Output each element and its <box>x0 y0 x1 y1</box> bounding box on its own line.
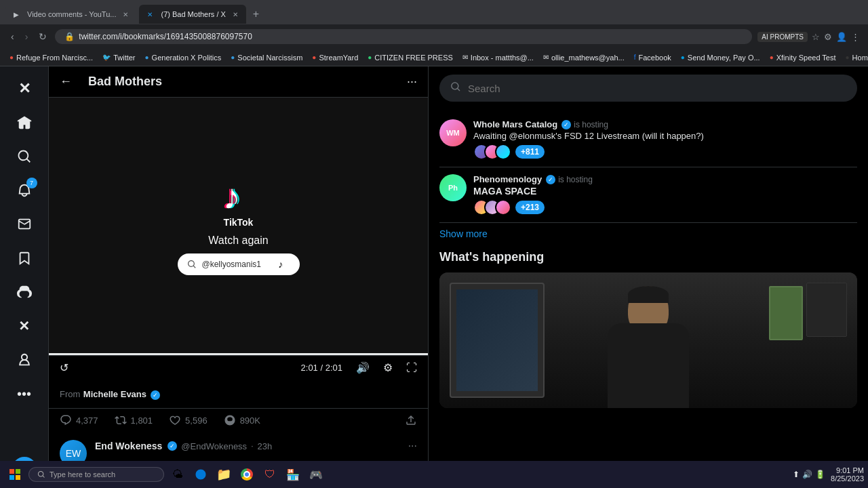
tab-youtube-favicon: ▶ <box>14 9 23 19</box>
start-button[interactable] <box>4 466 26 483</box>
space-host-name-1: Whole Mars Catalog <box>473 119 557 129</box>
url-bar[interactable]: 🔒 twitter.com/i/bookmarks/16914350088760… <box>55 29 752 44</box>
taskbar-icon-chrome[interactable] <box>236 464 258 485</box>
space-title-2: MAGA SPACE <box>473 186 857 197</box>
person-shape <box>601 286 696 408</box>
space-item-1[interactable]: WM Whole Mars Catalog ✓ is hosting Await… <box>439 113 857 167</box>
space-verified-1: ✓ <box>561 120 571 129</box>
taskbar-icon-store[interactable]: 🏪 <box>282 464 304 485</box>
fullscreen-button[interactable]: ⛶ <box>406 362 417 374</box>
bookmark-societal[interactable]: ● Societal Narcissism <box>226 52 307 63</box>
retweet-action[interactable]: 1,801 <box>115 414 153 426</box>
taskbar-icon-files[interactable]: 📁 <box>213 464 235 485</box>
app-body: ✕ 7 ✕ ••• <box>0 66 868 488</box>
sidebar-explore[interactable] <box>9 141 40 172</box>
sys-icon-battery[interactable]: 🔋 <box>815 470 825 479</box>
taskbar-app-icons: 🌤 📁 🛡 🏪 🎮 <box>167 464 327 485</box>
space-hosting-2: is hosting <box>558 175 593 184</box>
svg-rect-5 <box>16 469 20 474</box>
bookmark-icon[interactable]: ☆ <box>812 32 820 42</box>
taskbar-search[interactable]: Type here to search <box>28 467 164 482</box>
share-action[interactable] <box>405 414 417 426</box>
bookmark-genx[interactable]: ● Generation X Politics <box>141 52 226 63</box>
taskbar-icon-weather[interactable]: 🌤 <box>167 464 189 485</box>
extensions-icon[interactable]: ⚙ <box>824 32 832 42</box>
verified-badge: ✓ <box>151 390 160 400</box>
volume-button[interactable]: 🔊 <box>356 361 370 374</box>
bookmark-ollie[interactable]: ✉ ollie_mathews@yah... <box>539 52 629 63</box>
sidebar-profile[interactable] <box>9 344 40 375</box>
svg-rect-6 <box>9 475 14 480</box>
taskbar-icon-shield[interactable]: 🛡 <box>259 464 281 485</box>
bookmark-refuge[interactable]: ● Refuge From Narcisc... <box>5 52 97 63</box>
panel-title: Bad Mothers <box>88 75 391 89</box>
search-input[interactable] <box>468 83 846 94</box>
search-box[interactable] <box>439 75 857 102</box>
reply-action[interactable]: 4,377 <box>60 414 98 426</box>
progress-track[interactable] <box>49 353 428 355</box>
left-frame <box>450 283 545 398</box>
bookmark-xfinity[interactable]: ● Xfinity Speed Test <box>766 52 840 63</box>
svg-text:♪: ♪ <box>223 178 241 216</box>
tab-youtube-close[interactable]: ✕ <box>123 11 128 18</box>
address-actions: AI PROMPTS ☆ ⚙ 👤 ⋮ <box>757 32 860 42</box>
post-author[interactable]: Michelle Evans <box>83 389 146 399</box>
show-more-link[interactable]: Show more <box>439 223 857 245</box>
sidebar-messages[interactable] <box>9 209 40 240</box>
taskbar-icon-edge[interactable] <box>190 464 212 485</box>
listener-count-2: +213 <box>515 201 545 214</box>
sys-icon-sound[interactable]: 🔊 <box>802 470 812 479</box>
sys-tray-icons: ⬆ 🔊 🔋 <box>793 470 825 479</box>
taskbar-datetime[interactable]: 9:01 PM 8/25/2023 <box>831 466 864 483</box>
bookmark-streamyard[interactable]: ● StreamYard <box>308 52 362 63</box>
action-row: 4,377 1,801 5,596 890K <box>49 409 428 432</box>
listener-count-1: +811 <box>515 145 545 159</box>
replay-button[interactable]: ↺ <box>60 361 68 374</box>
tab-youtube[interactable]: ▶ Video comments - YouTu... ✕ <box>5 5 136 24</box>
new-tab-button[interactable]: + <box>249 8 263 20</box>
bookmark-cfp[interactable]: ● CITIZEN FREE PRESS <box>363 52 457 63</box>
refresh-button[interactable]: ↻ <box>36 28 50 45</box>
bookmark-inbox[interactable]: ✉ Inbox - mattths@... <box>458 52 538 63</box>
tab-twitter-title: (7) Bad Mothers / X <box>161 10 225 18</box>
tweet-more-btn[interactable]: ··· <box>408 440 417 452</box>
bookmark-sendmoney[interactable]: ● Send Money, Pay O... <box>677 52 764 63</box>
svg-rect-4 <box>9 469 14 474</box>
x-logo[interactable]: ✕ <box>9 73 40 104</box>
tiktok-search-bar[interactable]: @kellyosmanis1 ♪ <box>178 253 300 275</box>
happening-image[interactable] <box>439 272 857 408</box>
ai-prompts-icon[interactable]: AI PROMPTS <box>757 32 808 42</box>
taskbar-icon-gamepass[interactable]: 🎮 <box>305 464 327 485</box>
bookmark-revolver[interactable]: ● Home - Revolver <box>842 52 868 63</box>
listener-av-3 <box>495 144 511 160</box>
space-title-1: Awaiting @elonmusk's FSD 12 Livestream (… <box>473 131 857 141</box>
space-item-2[interactable]: Ph Phenomenology ✓ is hosting MAGA SPACE <box>439 167 857 223</box>
back-button[interactable]: ‹ <box>8 28 17 45</box>
menu-icon[interactable]: ⋮ <box>851 32 860 42</box>
sidebar-more[interactable]: ••• <box>9 378 40 409</box>
listener-avatars-2 <box>473 199 511 216</box>
sidebar-premium[interactable]: ✕ <box>9 310 40 342</box>
more-button[interactable]: ··· <box>407 75 417 89</box>
search-icon <box>450 81 461 95</box>
bookmark-twitter[interactable]: 🐦 Twitter <box>98 52 139 63</box>
bookmark-facebook[interactable]: f Facebook <box>630 52 675 63</box>
settings-button[interactable]: ⚙ <box>383 361 393 374</box>
space-host-name-2: Phenomenology <box>473 174 542 184</box>
like-action[interactable]: 5,596 <box>169 414 208 426</box>
profile-icon[interactable]: 👤 <box>836 32 847 42</box>
tab-twitter[interactable]: ✕ (7) Bad Mothers / X ✕ <box>139 5 245 24</box>
svg-text:♪: ♪ <box>278 259 283 270</box>
tab-twitter-close[interactable]: ✕ <box>233 11 238 18</box>
tweet-handle: @EndWokeness <box>181 441 247 451</box>
back-button[interactable]: ← <box>60 75 72 89</box>
forward-button[interactable]: › <box>22 28 31 45</box>
space-host-avatar-1: WM <box>439 119 467 146</box>
views-action[interactable]: 890K <box>224 414 260 426</box>
sidebar-home[interactable] <box>9 107 40 138</box>
sys-icon-network[interactable]: ⬆ <box>793 470 800 479</box>
sidebar-bookmarks[interactable] <box>9 243 40 274</box>
sidebar-communities[interactable] <box>9 277 40 308</box>
sidebar-notifications[interactable]: 7 <box>9 175 40 206</box>
video-player[interactable]: ♪ ♪ ♪ TikTok Watch again @kellyosmanis1 <box>49 98 428 355</box>
